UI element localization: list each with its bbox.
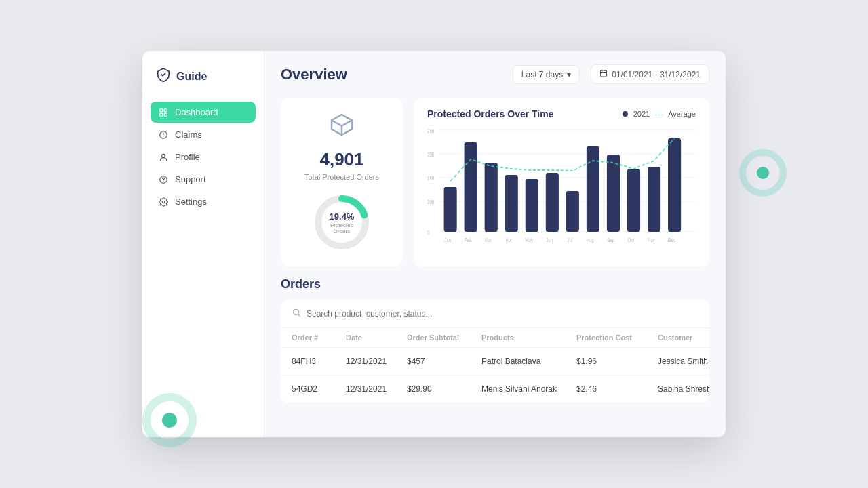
svg-text:Oct: Oct — [628, 237, 635, 244]
search-icon — [292, 308, 301, 319]
sidebar-item-settings[interactable]: Settings — [151, 191, 256, 212]
chart-header: Protected Orders Over Time 2021 --- Aver… — [427, 108, 696, 119]
svg-point-9 — [163, 181, 163, 182]
period-filter-button[interactable]: Last 7 days ▾ — [513, 65, 580, 84]
sidebar-support-label: Support — [175, 174, 206, 184]
svg-rect-1 — [164, 108, 167, 111]
sidebar-item-claims[interactable]: Claims — [151, 124, 256, 145]
chart-card: Protected Orders Over Time 2021 --- Aver… — [414, 98, 709, 266]
total-orders-label: Total Protected Orders — [304, 173, 379, 181]
order-product: Men's Silvani Anorak — [481, 384, 576, 394]
date-range-button[interactable]: 01/01/2021 - 31/12/2021 — [591, 64, 709, 84]
svg-rect-32 — [546, 173, 559, 232]
support-icon — [159, 175, 168, 184]
search-input[interactable] — [307, 309, 698, 319]
svg-text:Sep: Sep — [607, 237, 614, 244]
sidebar-item-dashboard[interactable]: Dashboard — [151, 102, 256, 123]
settings-icon — [159, 197, 168, 207]
svg-rect-34 — [587, 146, 599, 232]
svg-rect-38 — [668, 138, 681, 232]
order-customer: Sabina Shrestha — [658, 384, 709, 394]
chart-title: Protected Orders Over Time — [427, 108, 553, 119]
svg-rect-28 — [465, 142, 477, 232]
page-header: Overview Last 7 days ▾ 01/01/2021 - 31/1… — [264, 51, 726, 98]
svg-text:May: May — [525, 237, 533, 244]
svg-text:Aug: Aug — [587, 237, 594, 244]
period-filter-label: Last 7 days — [521, 70, 563, 79]
svg-text:Jun: Jun — [546, 237, 553, 244]
order-date: 12/31/2021 — [346, 384, 407, 394]
box-icon — [328, 111, 355, 141]
main-content: Overview Last 7 days ▾ 01/01/2021 - 31/1… — [264, 51, 726, 437]
svg-text:100: 100 — [427, 199, 434, 206]
dashboard-icon — [159, 108, 168, 117]
svg-rect-29 — [485, 163, 498, 232]
legend-year: 2021 — [633, 110, 650, 118]
order-num: 54GD2 — [292, 384, 346, 394]
donut-percent: 19.4% — [330, 211, 355, 222]
svg-text:250: 250 — [427, 127, 434, 135]
order-customer: Jessica Smith — [658, 357, 709, 366]
sidebar-item-support[interactable]: Support — [151, 169, 256, 190]
order-protection: $1.96 — [576, 357, 658, 366]
profile-icon — [159, 152, 168, 162]
order-num: 84FH3 — [292, 357, 346, 366]
svg-text:Mar: Mar — [485, 237, 492, 244]
svg-rect-2 — [160, 113, 163, 116]
svg-text:Apr: Apr — [505, 237, 512, 244]
col-date: Date — [346, 333, 407, 342]
col-products: Products — [481, 333, 576, 342]
order-protection: $2.46 — [576, 384, 658, 394]
svg-point-7 — [162, 154, 165, 157]
svg-text:Dec: Dec — [668, 237, 675, 244]
col-subtotal: Order Subtotal — [407, 333, 481, 342]
svg-rect-27 — [444, 187, 457, 232]
svg-rect-35 — [607, 155, 620, 232]
decorative-circle-top-right — [739, 149, 787, 197]
bar-chart-svg: 250 200 150 100 0 — [427, 125, 696, 247]
svg-rect-37 — [648, 167, 660, 232]
sidebar-dashboard-label: Dashboard — [175, 107, 218, 117]
page-title: Overview — [281, 66, 347, 83]
app-window: Guide Dashboard — [142, 51, 726, 437]
svg-rect-11 — [601, 70, 607, 77]
svg-rect-30 — [505, 175, 518, 232]
legend-dash: --- — [655, 110, 663, 118]
order-subtotal: $29.90 — [407, 384, 481, 394]
order-date: 12/31/2021 — [346, 357, 407, 366]
sidebar-settings-label: Settings — [175, 197, 207, 207]
date-range-label: 01/01/2021 - 31/12/2021 — [612, 70, 701, 79]
col-order: Order # — [292, 333, 346, 342]
cards-row: 4,901 Total Protected Orders 19.4% Prote… — [264, 98, 726, 277]
logo-icon — [156, 67, 171, 85]
chart-legend: 2021 --- Average — [623, 110, 696, 118]
sidebar-item-profile[interactable]: Profile — [151, 146, 256, 167]
chevron-down-icon: ▾ — [567, 70, 571, 79]
svg-text:Jul: Jul — [567, 237, 572, 244]
claims-icon — [159, 130, 168, 140]
bar-chart-area: 250 200 150 100 0 — [427, 125, 696, 247]
col-protection: Protection Cost — [576, 333, 658, 342]
stats-card: 4,901 Total Protected Orders 19.4% Prote… — [281, 98, 403, 266]
sidebar-profile-label: Profile — [175, 152, 200, 162]
logo-text: Guide — [176, 70, 207, 83]
order-subtotal: $457 — [407, 357, 481, 366]
svg-rect-36 — [627, 169, 640, 232]
svg-rect-31 — [526, 179, 538, 232]
svg-text:Feb: Feb — [465, 237, 472, 244]
orders-card: Order # Date Order Subtotal Products Pro… — [281, 300, 709, 403]
table-header: Order # Date Order Subtotal Products Pro… — [281, 328, 709, 348]
total-orders-number: 4,901 — [319, 149, 363, 170]
orders-section: Orders Order # Date Order Subtotal — [264, 277, 726, 414]
donut-chart: 19.4% ProtectedOrders — [311, 192, 372, 253]
sidebar-claims-label: Claims — [175, 129, 202, 140]
svg-point-51 — [293, 309, 298, 314]
logo: Guide — [142, 67, 264, 102]
legend-label: Average — [668, 110, 696, 118]
svg-text:150: 150 — [427, 175, 434, 182]
legend-dot — [623, 111, 628, 117]
calendar-icon — [599, 69, 608, 79]
decorative-circle-bottom-left — [142, 393, 197, 447]
svg-rect-3 — [164, 113, 167, 116]
svg-point-6 — [163, 136, 163, 136]
